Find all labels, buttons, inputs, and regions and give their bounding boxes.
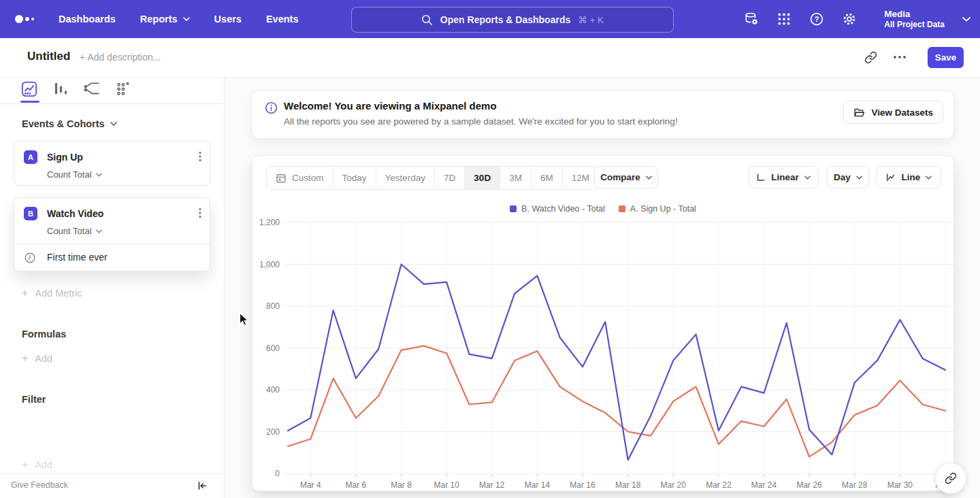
formulas-label: Formulas — [22, 329, 66, 339]
project-name: Media — [884, 9, 945, 20]
scale-selector-button[interactable]: Linear — [748, 166, 819, 188]
logo-dot — [25, 17, 29, 21]
banner-title: Welcome! You are viewing a Mixpanel demo — [284, 100, 497, 112]
logo-dot — [15, 15, 23, 23]
range-7d[interactable]: 7D — [434, 167, 464, 189]
report-title[interactable]: Untitled — [27, 50, 70, 63]
save-button[interactable]: Save — [928, 47, 964, 68]
metric-badge-b: B — [24, 207, 37, 220]
aggregation-selector[interactable]: Count Total — [47, 169, 102, 180]
tab-insights-icon[interactable] — [20, 80, 38, 98]
range-3m[interactable]: 3M — [500, 167, 531, 189]
plus-icon: + — [22, 354, 28, 363]
tab-flows-icon[interactable] — [83, 80, 101, 98]
info-icon — [265, 101, 278, 114]
mixpanel-logo[interactable] — [15, 15, 34, 23]
range-12m[interactable]: 12M — [562, 167, 598, 189]
search-shortcut: ⌘ + K — [578, 14, 604, 25]
date-range-selector: Custom Today Yesterday 7D 30D 3M 6M 12M — [266, 166, 599, 190]
add-formula-button[interactable]: + Add — [22, 353, 52, 364]
aggregation-label: Count Total — [47, 169, 92, 180]
demo-welcome-banner: Welcome! You are viewing a Mixpanel demo… — [252, 90, 954, 139]
add-filter-button[interactable]: + Add — [22, 459, 52, 470]
apps-grid-icon[interactable] — [777, 12, 791, 27]
plus-icon: + — [22, 288, 28, 298]
range-today[interactable]: Today — [333, 167, 376, 189]
nav-reports[interactable]: Reports — [140, 14, 190, 24]
line-chart[interactable]: Mar 4Mar 6Mar 8Mar 10Mar 12Mar 14Mar 16M… — [257, 217, 955, 491]
y-tick-label: 800 — [266, 301, 280, 311]
data-management-icon[interactable] — [744, 12, 759, 27]
x-tick-label: Mar 30 — [887, 480, 913, 490]
give-feedback-link[interactable]: Give Feedback — [11, 480, 68, 490]
metric-menu-icon[interactable] — [199, 208, 201, 218]
copy-link-icon[interactable] — [864, 51, 877, 64]
chevron-down-icon — [96, 229, 102, 233]
range-30d[interactable]: 30D — [464, 167, 500, 189]
metric-card-watch-video[interactable]: B Watch Video Count Total First time eve… — [14, 197, 210, 271]
x-tick-label: Mar 28 — [842, 480, 868, 490]
x-tick-label: Mar 14 — [525, 480, 551, 490]
chevron-down-icon — [926, 176, 932, 180]
search-placeholder: Open Reports & Dashboards — [440, 14, 570, 25]
banner-subtitle: All the reports you see are powered by a… — [284, 116, 678, 127]
nav-reports-label: Reports — [140, 14, 178, 24]
global-search-input[interactable]: Open Reports & Dashboards ⌘ + K — [351, 7, 674, 33]
legend-label: B. Watch Video - Total — [521, 204, 605, 214]
aggregation-selector[interactable]: Count Total — [47, 226, 102, 236]
y-tick-label: 1,000 — [259, 260, 280, 269]
clock-icon — [24, 252, 36, 264]
range-label: Custom — [292, 173, 324, 183]
aggregation-label: Count Total — [47, 226, 92, 236]
project-switcher[interactable]: Media All Project Data — [884, 9, 945, 30]
legend-swatch — [510, 205, 517, 212]
range-yesterday[interactable]: Yesterday — [376, 167, 435, 189]
legend-sign-up[interactable]: A. Sign Up - Total — [619, 204, 696, 214]
help-icon[interactable]: ? — [809, 12, 824, 27]
nav-events[interactable]: Events — [266, 14, 299, 24]
metric-badge-a: A — [24, 150, 37, 164]
report-description-placeholder[interactable]: + Add description... — [80, 52, 161, 63]
events-cohorts-label: Events & Cohorts — [22, 118, 105, 129]
chevron-down-icon — [96, 173, 102, 177]
x-tick-label: Mar 12 — [479, 480, 505, 490]
range-6m[interactable]: 6M — [531, 167, 562, 189]
series-line-1 — [288, 346, 945, 456]
add-formula-label: Add — [35, 353, 52, 364]
legend-watch-video[interactable]: B. Watch Video - Total — [510, 204, 605, 214]
x-tick-label: Mar 18 — [615, 480, 641, 490]
chart-type-label: Line — [902, 172, 921, 182]
y-tick-label: 0 — [275, 469, 280, 478]
sidebar-footer: Give Feedback — [0, 473, 224, 498]
project-scope: All Project Data — [884, 20, 945, 30]
y-tick-label: 1,200 — [259, 218, 280, 227]
range-custom[interactable]: Custom — [267, 167, 333, 189]
compare-button[interactable]: Compare — [594, 166, 658, 188]
first-time-ever-option[interactable]: First time ever — [14, 244, 210, 271]
nav-dashboards[interactable]: Dashboards — [59, 14, 116, 24]
collapse-sidebar-icon[interactable] — [197, 480, 208, 491]
metric-menu-icon[interactable] — [199, 151, 201, 162]
nav-users[interactable]: Users — [214, 14, 242, 24]
chart-type-selector-button[interactable]: Line — [876, 166, 941, 188]
add-metric-button[interactable]: + Add Metric — [22, 288, 82, 299]
folder-icon — [853, 107, 865, 118]
metric-card-sign-up[interactable]: A Sign Up Count Total — [14, 141, 210, 186]
events-cohorts-header[interactable]: Events & Cohorts — [22, 118, 117, 129]
settings-gear-icon[interactable] — [842, 12, 857, 27]
chevron-down-icon — [646, 176, 652, 180]
share-link-fab[interactable] — [935, 463, 966, 494]
more-options-icon[interactable] — [894, 56, 906, 59]
tab-funnels-icon[interactable] — [52, 80, 69, 98]
chevron-down-icon[interactable] — [962, 17, 970, 22]
view-datasets-button[interactable]: View Datasets — [843, 101, 943, 124]
view-datasets-label: View Datasets — [871, 107, 933, 118]
link-icon — [945, 472, 957, 484]
interval-selector-button[interactable]: Day — [827, 166, 869, 188]
y-tick-label: 200 — [266, 427, 280, 437]
linear-scale-icon — [756, 173, 766, 182]
add-filter-label: Add — [35, 459, 52, 470]
metric-name: Watch Video — [47, 208, 103, 219]
tab-retention-icon[interactable] — [114, 80, 132, 98]
search-icon — [421, 14, 433, 26]
